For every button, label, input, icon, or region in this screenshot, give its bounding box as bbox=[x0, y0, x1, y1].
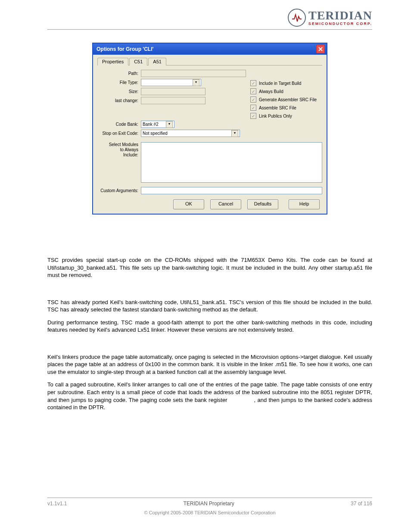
ok-button[interactable]: OK bbox=[173, 199, 204, 209]
cb-label: Assemble SRC File bbox=[259, 106, 296, 110]
chevron-down-icon: ▾ bbox=[193, 79, 199, 86]
help-button[interactable]: Help bbox=[289, 199, 320, 209]
footer-center: TERIDIAN Proprietary bbox=[67, 501, 351, 507]
tab-c51[interactable]: C51 bbox=[129, 58, 147, 65]
cancel-button[interactable]: Cancel bbox=[210, 199, 241, 209]
logo-icon bbox=[288, 9, 306, 27]
checkbox-icon: ✓ bbox=[250, 105, 256, 111]
logo: TERIDIAN SEMICONDUCTOR CORP. bbox=[288, 9, 372, 27]
paragraph: TSC provides special start-up code on th… bbox=[47, 256, 372, 279]
gen-asm-row[interactable]: ✓ Generate Assembler SRC File bbox=[250, 96, 322, 103]
checkbox-icon: ✓ bbox=[250, 96, 256, 103]
page-header: TERIDIAN SEMICONDUCTOR CORP. bbox=[47, 9, 372, 27]
paragraph: Keil's linkers produce the page table au… bbox=[47, 353, 372, 376]
footer-right: 37 of 116 bbox=[351, 501, 372, 507]
defaults-button[interactable]: Defaults bbox=[247, 199, 278, 209]
checkbox-icon: ✓ bbox=[250, 80, 256, 86]
heading-startup: 5.3.3.3 Startup Code with Banking bbox=[47, 249, 372, 255]
stop-exit-value: Not specified bbox=[143, 131, 168, 136]
heading-bank-switch: 5.3.3.4 Bank-Switching Code bbox=[47, 291, 372, 298]
last-change-field bbox=[141, 97, 206, 104]
always-build-row[interactable]: ✓ Always Build bbox=[250, 88, 322, 94]
tabs: Properties C51 A51 bbox=[97, 57, 322, 65]
select-modules-label: Select Modules to Always Include: bbox=[97, 142, 141, 158]
tab-properties[interactable]: Properties bbox=[97, 58, 128, 65]
footer-left: v1.1v1.1 bbox=[47, 501, 67, 507]
link-publics-row[interactable]: ✓ Link Publics Only bbox=[250, 113, 322, 119]
checkbox-icon: ✓ bbox=[250, 88, 256, 94]
header-rule bbox=[47, 29, 372, 30]
cb-label: Always Build bbox=[259, 89, 283, 94]
stop-exit-label: Stop on Exit Code: bbox=[97, 131, 141, 136]
paragraph: To call a paged subroutine, Keil's linke… bbox=[47, 381, 372, 411]
size-field bbox=[141, 88, 206, 95]
chevron-down-icon: ▾ bbox=[166, 121, 173, 128]
options-dialog: Options for Group 'CLI' Properties C51 A… bbox=[92, 43, 327, 215]
dialog-title: Options for Group 'CLI' bbox=[97, 46, 153, 52]
file-type-select[interactable]: ▾ bbox=[141, 79, 201, 86]
chevron-down-icon: ▾ bbox=[231, 130, 238, 137]
last-change-label: last change: bbox=[97, 98, 141, 103]
cb-label: Generate Assembler SRC File bbox=[259, 97, 317, 102]
assemble-src-row[interactable]: ✓ Assemble SRC File bbox=[250, 105, 322, 111]
code-bank-value: Bank #2 bbox=[143, 122, 159, 127]
checkbox-icon: ✓ bbox=[250, 113, 256, 119]
code-bank-label: Code Bank: bbox=[97, 122, 141, 127]
cb-label: Include in Target Build bbox=[259, 81, 301, 86]
copyright: © Copyright 2005-2008 TERIDIAN Semicondu… bbox=[47, 510, 372, 515]
include-target-row[interactable]: ✓ Include in Target Build bbox=[250, 80, 322, 86]
paragraph: During performance testing, TSC made a g… bbox=[47, 319, 372, 334]
code-bank-select[interactable]: Bank #2 ▾ bbox=[141, 121, 174, 128]
select-modules-area[interactable] bbox=[141, 142, 322, 183]
title-bar: Options for Group 'CLI' bbox=[93, 44, 327, 55]
close-icon[interactable] bbox=[316, 45, 325, 53]
tab-a51[interactable]: A51 bbox=[148, 58, 166, 65]
path-label: Path: bbox=[97, 71, 141, 76]
heading-page-table: 5.3.3.5 Page Table bbox=[47, 346, 372, 352]
cb-label: Link Publics Only bbox=[259, 114, 292, 118]
paragraph: TSC has already ported Keil's bank-switc… bbox=[47, 299, 372, 314]
custom-args-label: Custom Arguments: bbox=[97, 188, 141, 193]
size-label: Size: bbox=[97, 89, 141, 94]
path-field bbox=[141, 70, 246, 77]
logo-sub: SEMICONDUCTOR CORP. bbox=[308, 22, 372, 26]
page-footer: v1.1v1.1 TERIDIAN Proprietary 37 of 116 bbox=[47, 498, 372, 507]
stop-exit-select[interactable]: Not specified ▾ bbox=[141, 130, 240, 137]
custom-args-field[interactable] bbox=[141, 187, 322, 194]
logo-name: TERIDIAN bbox=[308, 9, 372, 22]
file-type-label: File Type: bbox=[97, 80, 141, 85]
